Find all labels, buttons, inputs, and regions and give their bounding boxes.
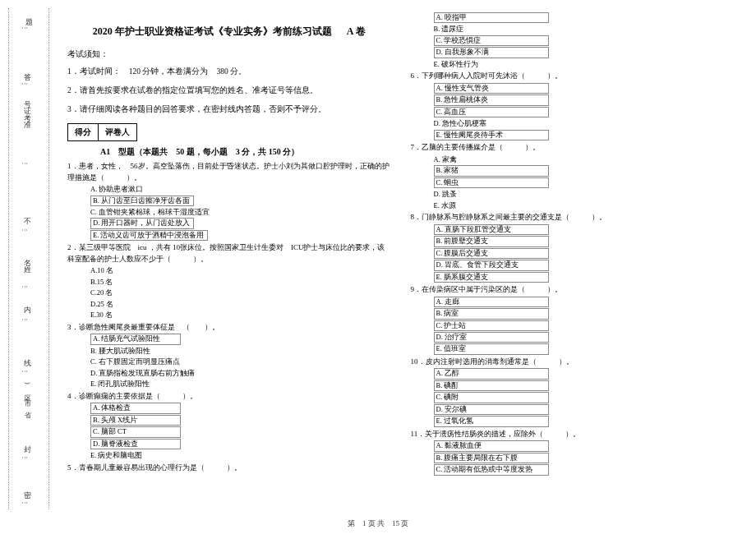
question-text: 10．皮内注射时选用的消毒剂通常是（ ）。 bbox=[411, 357, 735, 368]
option: E. 肠系膜交通支 bbox=[434, 272, 549, 283]
option: E. 破坏性行为 bbox=[434, 60, 478, 68]
option: E. 慢性阑尾炎待手术 bbox=[434, 130, 549, 140]
question: A. 咬指甲B. 遗尿症C. 学校恐惧症D. 自我形象不满E. 破坏性行为 bbox=[411, 12, 735, 70]
questions-left: 1．患者，女性， 56岁。高空坠落伤，目前处于昏迷状态。护士小刘为其做口腔护理时… bbox=[67, 161, 391, 473]
question-text: 2．某三级甲等医院 icu ，共有 10张床位。按照国家卫生计生委对 ICU护士… bbox=[67, 242, 391, 265]
grader-label: 评卷人 bbox=[99, 124, 136, 140]
option: A. 乙醇 bbox=[434, 368, 549, 379]
option: C. 蛔虫 bbox=[434, 177, 549, 188]
page-footer: 第 1 页 共 15 页 bbox=[0, 518, 756, 529]
option: E. 水源 bbox=[434, 201, 456, 209]
option: B. 碘酊 bbox=[434, 380, 549, 391]
question-text: 3．诊断急性阑尾炎最重要体征是 （ ）。 bbox=[67, 322, 391, 334]
option: A. 走廊 bbox=[434, 297, 549, 307]
score-box: 得分 评卷人 bbox=[67, 123, 137, 141]
question-text: 7．乙脑的主要传播媒介是（ ）。 bbox=[411, 142, 735, 154]
question: 11．关于溃疡性结肠炎的描述，应除外（ ）。A. 黏液脓血便B. 腹痛主要局限在… bbox=[411, 429, 735, 476]
option: C. 活动期有低热或中等度发热 bbox=[434, 464, 549, 475]
question-text: 11．关于溃疡性结肠炎的描述，应除外（ ）。 bbox=[411, 429, 735, 440]
option: E.30 名 bbox=[90, 311, 113, 319]
option: A. 直肠下段肛管交通支 bbox=[434, 224, 549, 235]
question-text: 6．下列哪种病人入院时可先沐浴（ ）。 bbox=[411, 71, 735, 82]
option: D. 跳蚤 bbox=[434, 190, 457, 198]
options: A. 慢性支气管炎B. 急性扁桃体炎C. 高血压D. 急性心肌梗塞E. 慢性阑尾… bbox=[411, 83, 735, 141]
option: B. 从门齿至臼齿擦净牙齿各面 bbox=[90, 196, 194, 206]
option: D. 用开口器时，从门齿处放入 bbox=[90, 218, 194, 228]
notice-heading: 考试须知： bbox=[67, 48, 391, 60]
option: C. 腹膜后交通支 bbox=[434, 248, 549, 259]
volume-label: A 卷 bbox=[347, 25, 366, 39]
option: B. 家猪 bbox=[434, 165, 549, 176]
column-left: 2020 年护士职业资格证考试《专业实务》考前练习试题 A 卷 考试须知： 1．… bbox=[58, 12, 401, 505]
option: C. 高血压 bbox=[434, 107, 549, 117]
option: D. 治疗室 bbox=[434, 332, 549, 343]
column-right: A. 咬指甲B. 遗尿症C. 学校恐惧症D. 自我形象不满E. 破坏性行为6．下… bbox=[401, 12, 744, 505]
option: C. 血管钳夹紧棉球，棉球干湿度适宜 bbox=[90, 208, 210, 216]
option: B. 病室 bbox=[434, 308, 549, 319]
options: A. 体格检查B. 头颅 X线片C. 脑部 CTD. 脑脊液检查E. 病史和脑电… bbox=[67, 403, 391, 461]
page-container: 题 ⋮ 答 ⋮ 号 证 考 准 ⋮ 不 ⋮ 名 姓 ⋮ 内 ⋮ 线 ⋮ ) 区 … bbox=[0, 0, 756, 509]
question: 3．诊断急性阑尾炎最重要体征是 （ ）。A. 结肠充气试验阳性B. 腰大肌试验阳… bbox=[67, 322, 391, 390]
option: D. 急性心肌梗塞 bbox=[434, 119, 486, 127]
option: B. 腹痛主要局限在右下腹 bbox=[434, 453, 549, 463]
options: A.10 名B.15 名C.20 名D.25 名E.30 名 bbox=[67, 265, 391, 321]
option: E. 过氧化氢 bbox=[434, 416, 549, 426]
option: C. 学校恐惧症 bbox=[434, 35, 549, 46]
option: A. 结肠充气试验阳性 bbox=[90, 334, 181, 344]
option: A. 慢性支气管炎 bbox=[434, 83, 549, 94]
option: E. 值班室 bbox=[434, 343, 549, 354]
question-text: 1．患者，女性， 56岁。高空坠落伤，目前处于昏迷状态。护士小刘为其做口腔护理时… bbox=[67, 161, 391, 183]
option: A. 协助患者漱口 bbox=[90, 185, 143, 193]
options: A. 直肠下段肛管交通支B. 前腹壁交通支C. 腹膜后交通支D. 胃底、食管下段… bbox=[411, 224, 735, 283]
question: 7．乙脑的主要传播媒介是（ ）。A. 家禽B. 家猪C. 蛔虫D. 跳蚤E. 水… bbox=[411, 142, 735, 211]
option: C. 右下腹固定而明显压痛点 bbox=[90, 357, 180, 366]
gutter-label-1: 号 证 考 准 bbox=[22, 94, 33, 117]
options: A. 咬指甲B. 遗尿症C. 学校恐惧症D. 自我形象不满E. 破坏性行为 bbox=[411, 12, 735, 70]
options: A. 家禽B. 家猪C. 蛔虫D. 跳蚤E. 水源 bbox=[411, 154, 735, 211]
options: A. 走廊B. 病室C. 护士站D. 治疗室E. 值班室 bbox=[411, 297, 735, 356]
option: B. 前腹壁交通支 bbox=[434, 236, 549, 246]
section-heading: A1 型题（本题共 50 题，每小题 3 分，共 150 分） bbox=[100, 146, 391, 158]
notice-item-1: 1．考试时间： 120 分钟，本卷满分为 380 分。 bbox=[67, 67, 391, 77]
option: D. 胃底、食管下段交通支 bbox=[434, 260, 549, 270]
exam-title: 2020 年护士职业资格证考试《专业实务》考前练习试题 A 卷 bbox=[67, 25, 391, 39]
option: A. 家禽 bbox=[434, 155, 457, 163]
options: A. 黏液脓血便B. 腹痛主要局限在右下腹C. 活动期有低热或中等度发热 bbox=[411, 440, 735, 476]
option: D. 脑脊液检查 bbox=[90, 439, 181, 449]
option: D. 直肠指检发现直肠右前方触痛 bbox=[90, 369, 195, 377]
option: D. 安尔碘 bbox=[434, 404, 549, 415]
option: C.20 名 bbox=[90, 288, 113, 297]
option: C. 脑部 CT bbox=[90, 426, 181, 437]
questions-right: A. 咬指甲B. 遗尿症C. 学校恐惧症D. 自我形象不满E. 破坏性行为6．下… bbox=[411, 12, 735, 476]
option: E. 闭孔肌试验阳性 bbox=[90, 380, 150, 388]
options: A. 结肠充气试验阳性B. 腰大肌试验阳性C. 右下腹固定而明显压痛点D. 直肠… bbox=[67, 334, 391, 389]
question: 2．某三级甲等医院 icu ，共有 10张床位。按照国家卫生计生委对 ICU护士… bbox=[67, 242, 391, 321]
title-text: 2020 年护士职业资格证考试《专业实务》考前练习试题 bbox=[93, 25, 332, 37]
option: C. 护士站 bbox=[434, 320, 549, 331]
question: 1．患者，女性， 56岁。高空坠落伤，目前处于昏迷状态。护士小刘为其做口腔护理时… bbox=[67, 161, 391, 242]
option: B. 腰大肌试验阳性 bbox=[90, 347, 150, 355]
options: A. 乙醇B. 碘酊C. 碘附D. 安尔碘E. 过氧化氢 bbox=[411, 368, 735, 427]
option: B.15 名 bbox=[90, 278, 113, 286]
question: 6．下列哪种病人入院时可先沐浴（ ）。A. 慢性支气管炎B. 急性扁桃体炎C. … bbox=[411, 71, 735, 141]
question: 8．门静脉系与腔静脉系之间最主要的交通支是（ ）。A. 直肠下段肛管交通支B. … bbox=[411, 212, 735, 283]
question: 10．皮内注射时选用的消毒剂通常是（ ）。A. 乙醇B. 碘酊C. 碘附D. 安… bbox=[411, 357, 735, 428]
question-text: 4．诊断癫痫的主要依据是（ ）。 bbox=[67, 391, 391, 403]
notice-item-3: 3．请仔细阅读各种题目的回答要求，在密封线内答题，否则不予评分。 bbox=[67, 104, 391, 115]
option: E. 活动义齿可放于酒精中浸泡备用 bbox=[90, 230, 208, 241]
content-area: 2020 年护士职业资格证考试《专业实务》考前练习试题 A 卷 考试须知： 1．… bbox=[49, 8, 756, 509]
question: 4．诊断癫痫的主要依据是（ ）。A. 体格检查B. 头颅 X线片C. 脑部 CT… bbox=[67, 391, 391, 462]
option: A. 体格检查 bbox=[90, 403, 181, 413]
score-label: 得分 bbox=[68, 124, 99, 140]
option: E. 病史和脑电图 bbox=[90, 451, 142, 459]
binding-gutter: 题 ⋮ 答 ⋮ 号 证 考 准 ⋮ 不 ⋮ 名 姓 ⋮ 内 ⋮ 线 ⋮ ) 区 … bbox=[8, 8, 49, 509]
option: A. 黏液脓血便 bbox=[434, 440, 549, 451]
gutter-label-6: ) 区 市 ( 省 bbox=[22, 382, 31, 407]
question-text: 8．门静脉系与腔静脉系之间最主要的交通支是（ ）。 bbox=[411, 212, 735, 223]
options: A. 协助患者漱口B. 从门齿至臼齿擦净牙齿各面C. 血管钳夹紧棉球，棉球干湿度… bbox=[67, 184, 391, 242]
question-text: 5．青春期儿童最容易出现的心理行为是（ ）。 bbox=[67, 463, 391, 474]
option: A.10 名 bbox=[90, 266, 113, 274]
option: C. 碘附 bbox=[434, 392, 549, 403]
option: B. 头颅 X线片 bbox=[90, 415, 181, 426]
question: 9．在传染病区中属于污染区的是（ ）。A. 走廊B. 病室C. 护士站D. 治疗… bbox=[411, 284, 735, 356]
